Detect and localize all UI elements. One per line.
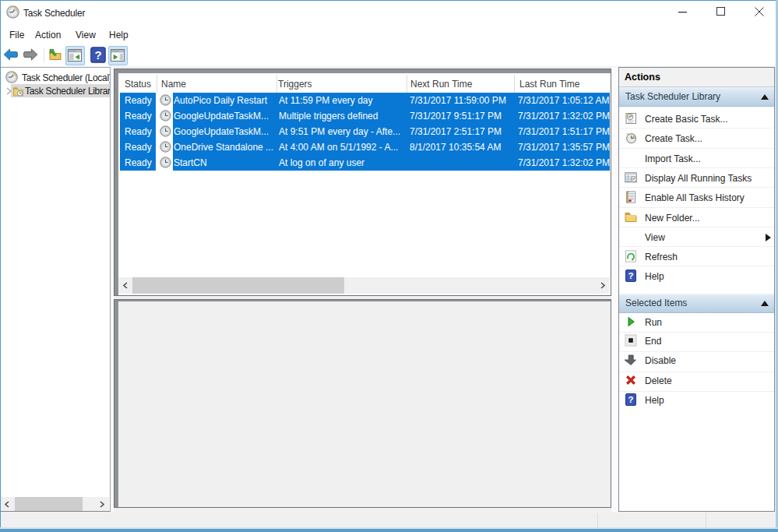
svg-text:?: ? bbox=[94, 48, 101, 62]
svg-text:?: ? bbox=[628, 395, 633, 404]
svg-text:?: ? bbox=[628, 271, 633, 280]
